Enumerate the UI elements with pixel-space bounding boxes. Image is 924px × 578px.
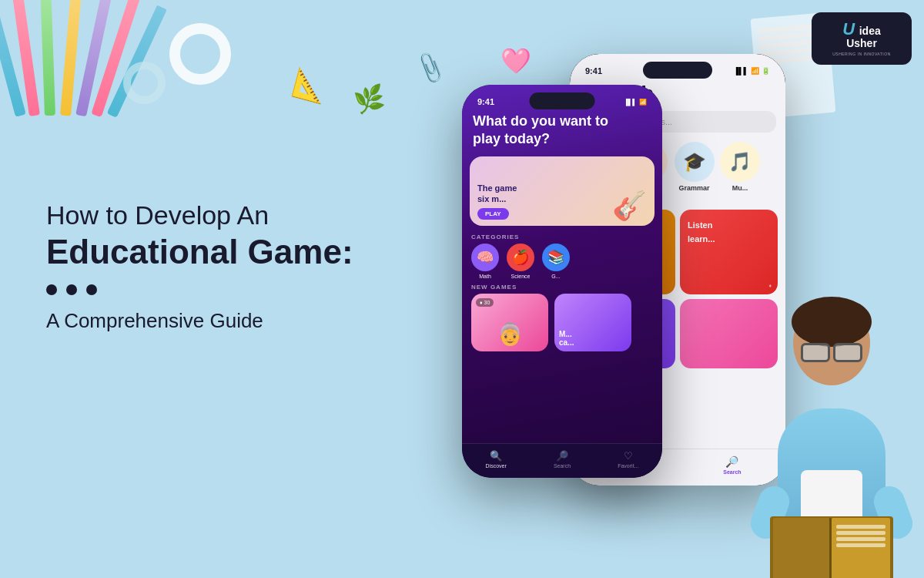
rec-card-listen-red-title: Listenlearn... <box>688 220 715 244</box>
new-game-1[interactable]: ♦ 30 👵 <box>471 294 548 351</box>
new-game-2[interactable]: M...ca... <box>554 294 631 351</box>
phone-back-notch <box>643 62 712 79</box>
subject-grammar[interactable]: 🎓 Grammar <box>673 142 715 192</box>
subject-music[interactable]: 🎵 Mu... <box>720 142 760 192</box>
categories-label: CATEGORIES <box>462 229 662 244</box>
phone-back-time: 9:41 <box>585 66 602 76</box>
category-other[interactable]: 📚 G... <box>542 244 570 279</box>
dots-row <box>46 284 416 295</box>
new-games-row: ♦ 30 👵 M...ca... <box>462 294 662 351</box>
category-math[interactable]: 🧠 Math <box>471 244 499 279</box>
featured-card[interactable]: The gamesix m... PLAY 🎸 <box>470 156 654 226</box>
how-to-text: How to Develop An <box>46 200 416 230</box>
play-btn[interactable]: PLAY <box>477 208 509 220</box>
phone-front-notch <box>530 92 595 109</box>
left-content: How to Develop An Educational Game: A Co… <box>46 200 416 333</box>
nav-search-front[interactable]: 🔎 Search <box>554 450 571 469</box>
subject-grammar-label: Grammar <box>678 184 709 192</box>
phone-front-screen: 9:41 ▐▌▌ 📶 What do you want toplay today… <box>462 85 662 478</box>
subject-music-label: Mu... <box>732 184 748 192</box>
nav-favorites-front[interactable]: ♡ Favorit... <box>618 450 638 469</box>
new-games-label: NEW GAMES <box>462 279 662 294</box>
logo-container: U idea Usher USHERING IN INNOVATION <box>812 12 912 65</box>
dot-2 <box>66 284 77 295</box>
kid-figure <box>732 247 909 578</box>
phone-front: 9:41 ▐▌▌ 📶 What do you want toplay today… <box>462 85 662 478</box>
phone-front-nav: 🔍 Discover 🔎 Search ♡ Favorit... <box>462 443 662 478</box>
logo-tagline: USHERING IN INNOVATION <box>832 52 891 56</box>
subtitle: A Comprehensive Guide <box>46 309 416 333</box>
dot-1 <box>46 284 57 295</box>
categories-row: 🧠 Math 🍎 Science 📚 G... <box>462 244 662 279</box>
greeting-text: What do you want toplay today? <box>473 113 608 146</box>
new-game-2-title: M...ca... <box>559 330 574 347</box>
phone-front-time: 9:41 <box>477 97 494 106</box>
dot-3 <box>86 284 97 295</box>
category-science[interactable]: 🍎 Science <box>507 244 534 279</box>
main-title: Educational Game: <box>46 234 416 271</box>
nav-discover-front[interactable]: 🔍 Discover <box>486 450 507 469</box>
home-greeting: What do you want toplay today? <box>462 108 662 153</box>
